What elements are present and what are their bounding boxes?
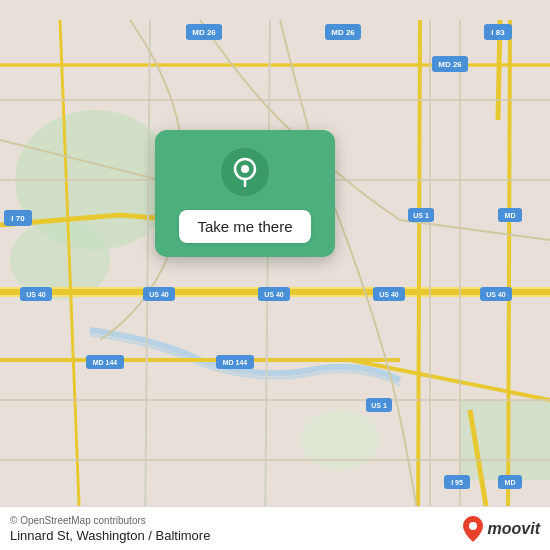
moovit-pin-icon <box>462 515 484 543</box>
svg-point-3 <box>300 410 380 470</box>
svg-text:US 40: US 40 <box>379 291 399 298</box>
moovit-logo: moovit <box>462 515 540 543</box>
svg-text:US 40: US 40 <box>149 291 169 298</box>
map-attribution: © OpenStreetMap contributors <box>10 515 210 526</box>
svg-text:MD 26: MD 26 <box>438 60 462 69</box>
svg-text:MD 144: MD 144 <box>223 359 248 366</box>
map-container: MD 26 MD 26 MD 26 I 83 I 70 US 40 US 40 … <box>0 0 550 550</box>
svg-text:MD 26: MD 26 <box>331 28 355 37</box>
svg-text:I 83: I 83 <box>491 28 505 37</box>
location-name: Linnard St, Washington / Baltimore <box>10 528 210 543</box>
moovit-brand-text: moovit <box>488 520 540 538</box>
svg-text:MD 144: MD 144 <box>93 359 118 366</box>
svg-text:MD: MD <box>505 479 516 486</box>
svg-text:US 1: US 1 <box>413 212 429 219</box>
map-roads: MD 26 MD 26 MD 26 I 83 I 70 US 40 US 40 … <box>0 0 550 550</box>
svg-text:US 40: US 40 <box>486 291 506 298</box>
svg-text:US 40: US 40 <box>264 291 284 298</box>
bottom-bar: © OpenStreetMap contributors Linnard St,… <box>0 506 550 550</box>
svg-text:US 40: US 40 <box>26 291 46 298</box>
svg-text:MD: MD <box>505 212 516 219</box>
svg-text:MD 26: MD 26 <box>192 28 216 37</box>
svg-point-39 <box>241 165 249 173</box>
svg-point-40 <box>469 522 477 530</box>
svg-text:I 70: I 70 <box>11 214 25 223</box>
take-me-there-button[interactable]: Take me there <box>179 210 310 243</box>
location-pin-icon <box>231 156 259 188</box>
popup-card: Take me there <box>155 130 335 257</box>
location-icon-wrap <box>221 148 269 196</box>
svg-text:US 1: US 1 <box>371 402 387 409</box>
svg-text:I 95: I 95 <box>451 479 463 486</box>
